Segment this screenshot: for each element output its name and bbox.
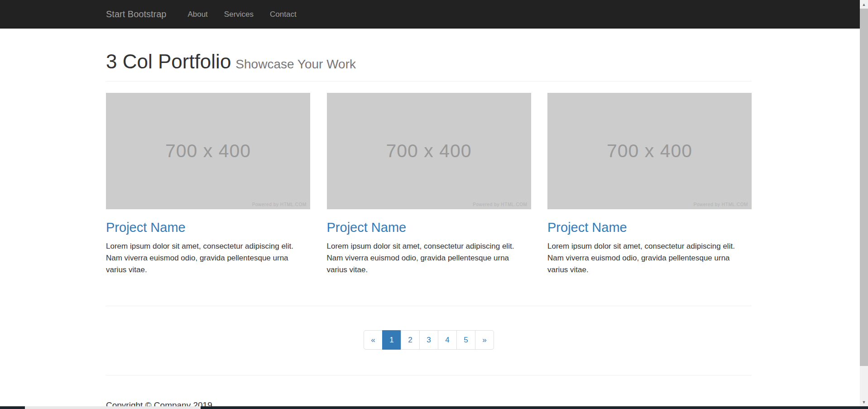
page-title: 3 Col PortfolioShowcase Your Work (106, 51, 752, 75)
pagination-page-4-button[interactable]: 4 (438, 330, 457, 350)
project-title-link[interactable]: Project Name (547, 220, 627, 235)
placeholder-size-label: 700 x 400 (165, 140, 251, 162)
pagination-page-5: 5 (457, 330, 475, 350)
bottom-edge-dark-left (0, 406, 25, 409)
placeholder-watermark: Powered by HTML.COM (252, 202, 307, 207)
placeholder-image: 700 x 400 Powered by HTML.COM (106, 93, 310, 209)
page-header: 3 Col PortfolioShowcase Your Work (106, 51, 752, 82)
scrollbar-thumb[interactable] (860, 9, 868, 366)
divider-top (106, 306, 752, 306)
pagination-page-2-button[interactable]: 2 (401, 330, 420, 350)
placeholder-image: 700 x 400 Powered by HTML.COM (547, 93, 752, 209)
placeholder-image: 700 x 400 Powered by HTML.COM (327, 93, 531, 209)
project-description: Lorem ipsum dolor sit amet, consectetur … (327, 241, 531, 276)
nav-item-services: Services (216, 0, 262, 29)
bottom-edge-light (25, 406, 201, 409)
placeholder-watermark: Powered by HTML.COM (473, 202, 527, 207)
project-title-link[interactable]: Project Name (327, 220, 407, 235)
pagination-page-1: 1 (383, 330, 401, 350)
project-title: Project Name (547, 220, 752, 235)
nav-item-contact: Contact (262, 0, 305, 29)
pagination-container: « 1 2 3 4 5 » (106, 330, 752, 350)
scroll-up-button[interactable]: ▲ (860, 0, 868, 9)
pagination-prev-button[interactable]: « (364, 330, 383, 350)
pagination-prev: « (364, 330, 383, 350)
portfolio-grid: 700 x 400 Powered by HTML.COM Project Na… (106, 93, 752, 276)
bottom-edge-dark-right (201, 406, 868, 409)
placeholder-size-label: 700 x 400 (386, 140, 471, 162)
project-card: 700 x 400 Powered by HTML.COM Project Na… (547, 93, 752, 276)
pagination-page-5-button[interactable]: 5 (456, 330, 475, 350)
project-description: Lorem ipsum dolor sit amet, consectetur … (106, 241, 310, 276)
project-card: 700 x 400 Powered by HTML.COM Project Na… (327, 93, 531, 276)
placeholder-size-label: 700 x 400 (607, 140, 692, 162)
pagination-page-1-button[interactable]: 1 (382, 330, 401, 350)
nav-item-about: About (179, 0, 216, 29)
pagination: « 1 2 3 4 5 » (364, 330, 494, 350)
nav-link-contact[interactable]: Contact (262, 0, 305, 29)
project-title: Project Name (327, 220, 531, 235)
page-title-text: 3 Col Portfolio (106, 50, 231, 72)
pagination-page-3: 3 (420, 330, 438, 350)
scroll-down-button[interactable]: ▼ (860, 398, 868, 406)
scroll-down-icon: ▼ (862, 400, 866, 404)
divider-bottom (106, 375, 752, 375)
pagination-next: » (475, 330, 494, 350)
navbar: Start Bootstrap About Services Contact (0, 0, 860, 29)
project-description: Lorem ipsum dolor sit amet, consectetur … (547, 241, 752, 276)
page-subtitle: Showcase Your Work (235, 57, 356, 71)
pagination-page-2: 2 (401, 330, 420, 350)
scrollbar-track[interactable]: ▲ ▼ (860, 0, 868, 406)
nav-link-services[interactable]: Services (216, 0, 262, 29)
project-card: 700 x 400 Powered by HTML.COM Project Na… (106, 93, 310, 276)
nav-link-about[interactable]: About (179, 0, 216, 29)
pagination-next-button[interactable]: » (475, 330, 494, 350)
scroll-up-icon: ▲ (862, 2, 866, 7)
pagination-page-3-button[interactable]: 3 (419, 330, 438, 350)
placeholder-watermark: Powered by HTML.COM (694, 202, 748, 207)
brand-link[interactable]: Start Bootstrap (106, 0, 166, 29)
pagination-page-4: 4 (438, 330, 457, 350)
main-container: 3 Col PortfolioShowcase Your Work 700 x … (106, 51, 752, 409)
navbar-menu: About Services Contact (179, 0, 304, 29)
project-title: Project Name (106, 220, 310, 235)
project-title-link[interactable]: Project Name (106, 220, 186, 235)
